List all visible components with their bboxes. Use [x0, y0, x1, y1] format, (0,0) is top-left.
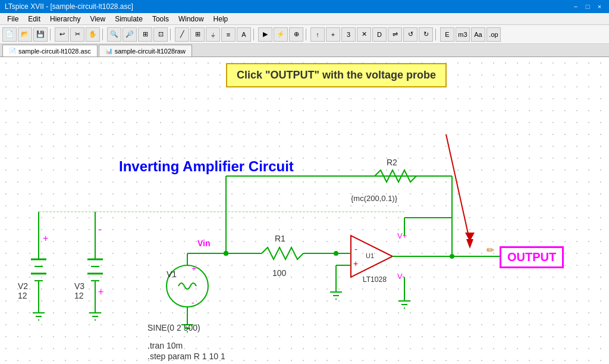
svg-text:R1: R1: [275, 234, 285, 243]
svg-text:R2: R2: [387, 158, 397, 167]
zoom-out-button[interactable]: 🔎: [123, 27, 137, 42]
menu-simulate[interactable]: Simulate: [110, 13, 147, 24]
tab-raw-label: sample-circuit-lt1028raw: [115, 48, 186, 55]
tab-asc-label: sample-circuit-lt1028.asc: [18, 48, 91, 55]
open-button[interactable]: 📂: [18, 27, 32, 42]
window-controls[interactable]: − □ ×: [571, 2, 604, 11]
zoom-sel-button[interactable]: ⊡: [153, 27, 168, 42]
svg-text:100: 100: [272, 268, 287, 278]
menu-tools[interactable]: Tools: [147, 13, 174, 24]
svg-text:SINE(0 2 500): SINE(0 2 500): [147, 323, 200, 332]
text-button[interactable]: A: [237, 27, 251, 42]
svg-text:+: +: [43, 233, 48, 243]
toolbar-sep-2: [102, 29, 105, 40]
svg-line-75: [446, 134, 470, 241]
tab-asc-icon: 📄: [9, 48, 16, 54]
svg-text:U1: U1: [366, 252, 374, 259]
svg-text:V3: V3: [74, 281, 84, 291]
tab-asc[interactable]: 📄 sample-circuit-lt1028.asc: [2, 45, 98, 57]
menu-file[interactable]: File: [2, 13, 23, 24]
svg-text:+: +: [98, 287, 103, 297]
restore-button[interactable]: □: [583, 2, 592, 11]
menu-view[interactable]: View: [85, 13, 110, 24]
svg-text:-: -: [98, 224, 101, 234]
cut-button[interactable]: ✂: [70, 27, 84, 42]
num3-button[interactable]: 3: [341, 27, 356, 42]
zoom-fit-button[interactable]: ⊞: [138, 27, 152, 42]
svg-text:V2: V2: [18, 281, 28, 291]
svg-text:Vin: Vin: [197, 239, 211, 248]
svg-text:.step param R 1 10 1: .step param R 1 10 1: [147, 352, 225, 361]
undo2-button[interactable]: ↺: [403, 27, 417, 42]
wire-button[interactable]: ╱: [175, 27, 189, 42]
minimize-button[interactable]: −: [571, 2, 580, 11]
m3-button[interactable]: m3: [456, 27, 470, 42]
circuit-schematic: + V2 12 - + V3 12 + -: [0, 57, 609, 364]
svg-text:.tran 10m: .tran 10m: [147, 341, 183, 350]
svg-text:+: +: [353, 259, 358, 268]
save-button[interactable]: 💾: [33, 27, 48, 42]
menu-help[interactable]: Help: [209, 13, 233, 24]
rotate-button[interactable]: D: [372, 27, 387, 42]
window-title: LTspice XVII - [sample-circuit-lt1028.as…: [5, 2, 133, 11]
hand-button[interactable]: ✋: [86, 27, 100, 42]
svg-text:-: -: [354, 244, 357, 254]
svg-text:12: 12: [74, 291, 84, 300]
aa-button[interactable]: Aa: [471, 27, 485, 42]
delete-button[interactable]: ✕: [357, 27, 371, 42]
toolbar-sep-1: [50, 29, 52, 40]
run-button[interactable]: ⊕: [289, 27, 303, 42]
toolbar-sep-4: [253, 29, 256, 40]
op-button[interactable]: .op: [486, 27, 501, 42]
mirror-button[interactable]: ⇌: [388, 27, 402, 42]
component-button[interactable]: ⊞: [190, 27, 205, 42]
svg-text:12: 12: [18, 291, 27, 300]
ground-button[interactable]: ⏚: [206, 27, 220, 42]
svg-point-74: [224, 251, 228, 256]
tooltip-banner: Click "OUTPUT" with the voltage probe: [226, 63, 447, 87]
schematic-canvas[interactable]: Click "OUTPUT" with the voltage probe In…: [0, 57, 609, 364]
svg-text:V+: V+: [397, 231, 407, 240]
toolbar-sep-3: [170, 29, 172, 40]
new-button[interactable]: 📄: [2, 27, 17, 42]
svg-marker-77: [466, 239, 473, 249]
menu-edit[interactable]: Edit: [23, 13, 45, 24]
sim-button[interactable]: ▶: [258, 27, 272, 42]
menu-hierarchy[interactable]: Hierarchy: [45, 13, 85, 24]
svg-text:LT1028: LT1028: [363, 275, 387, 284]
svg-text:✏: ✏: [486, 245, 495, 255]
net-button[interactable]: ≡: [221, 27, 236, 42]
undo-button[interactable]: ↩: [55, 27, 69, 42]
menu-bar: File Edit Hierarchy View Simulate Tools …: [0, 13, 609, 25]
svg-text:V-: V-: [397, 272, 404, 281]
tab-bar: 📄 sample-circuit-lt1028.asc 📊 sample-cir…: [0, 44, 609, 57]
tab-raw[interactable]: 📊 sample-circuit-lt1028raw: [99, 45, 192, 57]
toolbar: 📄 📂 💾 ↩ ✂ ✋ 🔍 🔎 ⊞ ⊡ ╱ ⊞ ⏚ ≡ A ▶ ⚡ ⊕ ↑ + …: [0, 25, 609, 44]
menu-window[interactable]: Window: [174, 13, 209, 24]
svg-text:-: -: [192, 298, 194, 307]
e-button[interactable]: E: [440, 27, 454, 42]
svg-text:{mc(200,0.1)}: {mc(200,0.1)}: [351, 194, 398, 203]
label-button[interactable]: ↑: [310, 27, 325, 42]
probe-button[interactable]: ⚡: [274, 27, 288, 42]
svg-text:V1: V1: [167, 269, 177, 279]
redo-button[interactable]: ↻: [419, 27, 433, 42]
toolbar-sep-6: [435, 29, 438, 40]
bus-button[interactable]: +: [326, 27, 340, 42]
title-bar: LTspice XVII - [sample-circuit-lt1028.as…: [0, 0, 609, 13]
zoom-in-button[interactable]: 🔍: [107, 27, 121, 42]
toolbar-sep-5: [306, 29, 308, 40]
svg-text:+: +: [192, 263, 196, 273]
tab-raw-icon: 📊: [105, 48, 112, 54]
tooltip-text: Click "OUTPUT" with the voltage probe: [237, 69, 436, 81]
close-button[interactable]: ×: [595, 2, 604, 11]
